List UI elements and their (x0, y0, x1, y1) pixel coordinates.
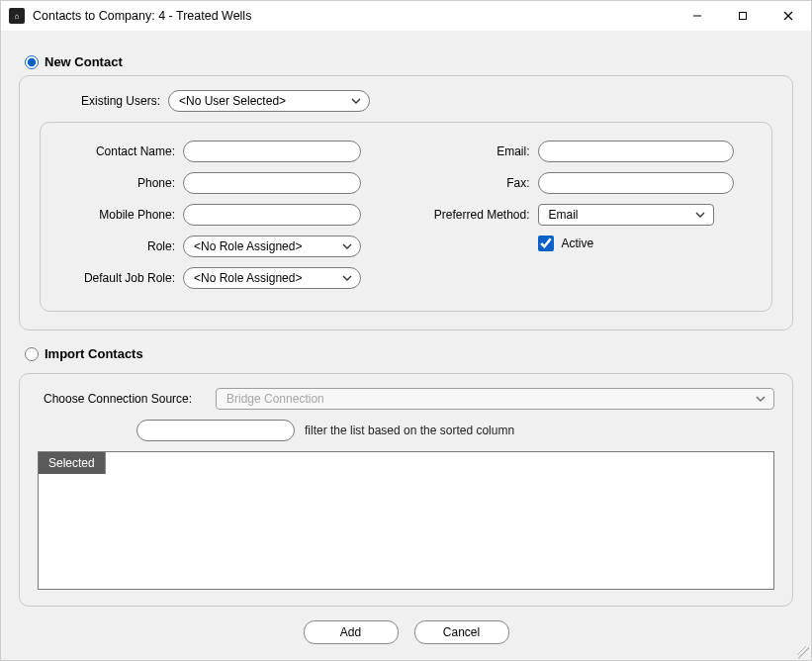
phone-input[interactable] (183, 172, 361, 194)
existing-users-row: Existing Users: <No User Selected> (40, 90, 772, 112)
add-button[interactable]: Add (304, 620, 399, 644)
mode-new-contact-row: New Contact (25, 54, 793, 69)
close-icon (783, 11, 793, 21)
client-area: New Contact Existing Users: <No User Sel… (1, 31, 811, 660)
default-job-role-select[interactable]: <No Role Assigned> (183, 267, 361, 289)
svg-rect-1 (740, 13, 747, 20)
mode-import-contacts-row: Import Contacts (25, 346, 793, 361)
existing-users-label: Existing Users: (40, 94, 168, 108)
phone-label: Phone: (54, 176, 183, 190)
resize-grip-icon[interactable] (797, 646, 809, 658)
active-label: Active (562, 236, 594, 250)
filter-input[interactable] (136, 420, 295, 441)
active-checkbox[interactable] (538, 236, 554, 251)
maximize-button[interactable] (720, 1, 766, 31)
email-label: Email: (400, 144, 538, 158)
import-grid[interactable]: Selected (38, 451, 774, 590)
close-button[interactable] (766, 1, 811, 31)
fax-input[interactable] (538, 172, 734, 194)
role-select[interactable]: <No Role Assigned> (183, 236, 361, 257)
mobile-phone-input[interactable] (183, 204, 361, 226)
import-contacts-group: Choose Connection Source: Bridge Connect… (19, 373, 793, 607)
minimize-button[interactable] (675, 1, 720, 31)
mode-import-contacts-label[interactable]: Import Contacts (45, 346, 143, 361)
dialog-button-row: Add Cancel (19, 607, 793, 650)
connection-source-label: Choose Connection Source: (38, 392, 216, 406)
contact-name-input[interactable] (183, 141, 361, 162)
contact-name-label: Contact Name: (54, 144, 183, 158)
window-title: Contacts to Company: 4 - Treated Wells (33, 9, 251, 23)
active-checkbox-wrap: Active (538, 236, 594, 251)
role-label: Role: (54, 239, 183, 253)
preferred-method-label: Preferred Method: (400, 208, 538, 222)
connection-source-select[interactable]: Bridge Connection (216, 388, 774, 410)
grid-header-selected[interactable]: Selected (39, 452, 106, 474)
filter-hint: filter the list based on the sorted colu… (305, 424, 514, 437)
email-input[interactable] (538, 141, 734, 162)
cancel-button[interactable]: Cancel (414, 620, 509, 644)
fields-left-column: Contact Name: Phone: Mobile Phone: Role: (54, 141, 400, 289)
mobile-phone-label: Mobile Phone: (54, 208, 183, 222)
existing-users-select[interactable]: <No User Selected> (168, 90, 370, 112)
mode-import-contacts-radio[interactable] (25, 347, 39, 361)
mode-new-contact-radio[interactable] (25, 55, 39, 69)
new-contact-group: Existing Users: <No User Selected> Conta… (19, 75, 793, 330)
contact-fields-group: Contact Name: Phone: Mobile Phone: Role: (40, 122, 772, 312)
mode-new-contact-label[interactable]: New Contact (45, 54, 123, 69)
maximize-icon (738, 11, 748, 21)
titlebar: ⌂ Contacts to Company: 4 - Treated Wells (1, 1, 811, 31)
app-icon: ⌂ (9, 8, 25, 24)
minimize-icon (692, 11, 702, 21)
default-job-role-label: Default Job Role: (54, 271, 183, 285)
preferred-method-select[interactable]: Email (538, 204, 714, 226)
fax-label: Fax: (400, 176, 538, 190)
fields-right-column: Email: Fax: Preferred Method: Email (400, 141, 745, 289)
